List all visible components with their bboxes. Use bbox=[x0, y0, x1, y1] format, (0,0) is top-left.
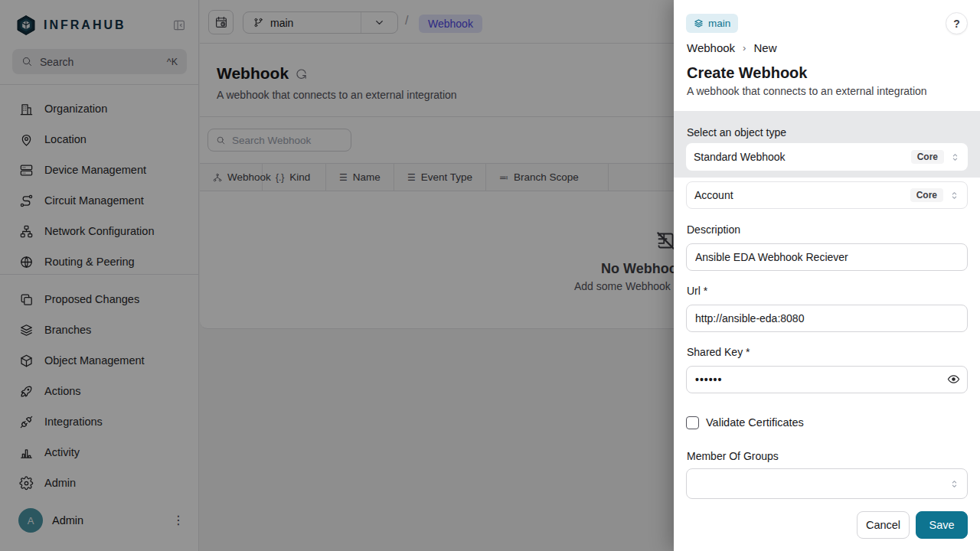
description-label: Description bbox=[687, 223, 740, 236]
core-badge: Core bbox=[910, 188, 943, 202]
breadcrumb-current: New bbox=[753, 41, 776, 54]
eye-icon[interactable] bbox=[947, 373, 960, 386]
drawer-subtitle: A webhook that connects to an external i… bbox=[687, 85, 927, 97]
shared-key-label: Shared Key * bbox=[687, 346, 750, 358]
object-type-value: Standard Webhook bbox=[694, 151, 786, 163]
cancel-button[interactable]: Cancel bbox=[857, 511, 910, 539]
shared-key-input[interactable] bbox=[686, 366, 968, 393]
drawer-title: Create Webhook bbox=[687, 64, 807, 82]
selector-icon bbox=[949, 479, 959, 489]
kind-select[interactable]: Account Core bbox=[686, 181, 968, 209]
member-of-groups-label: Member Of Groups bbox=[687, 450, 779, 462]
selector-icon bbox=[950, 152, 960, 162]
drawer-branch-badge: main bbox=[686, 14, 738, 33]
create-webhook-drawer: main ? Webhook › New Create Webhook A we… bbox=[674, 0, 980, 551]
object-type-select[interactable]: Standard Webhook Core bbox=[686, 143, 968, 171]
object-type-section: Select an object type Standard Webhook C… bbox=[674, 111, 980, 178]
validate-certificates-label: Validate Certificates bbox=[706, 416, 804, 429]
app: INFRAHUB Search ^K Organization Location bbox=[0, 0, 980, 551]
drawer-branch-name: main bbox=[708, 18, 730, 29]
member-of-groups-select[interactable] bbox=[686, 468, 968, 499]
validate-certificates-checkbox[interactable] bbox=[686, 416, 699, 429]
selector-icon bbox=[949, 191, 959, 201]
save-button[interactable]: Save bbox=[916, 511, 968, 539]
drawer-breadcrumb: Webhook › New bbox=[687, 41, 776, 54]
description-input[interactable] bbox=[686, 243, 968, 271]
chevron-right-icon: › bbox=[743, 42, 746, 54]
help-button[interactable]: ? bbox=[946, 12, 968, 34]
object-type-label: Select an object type bbox=[687, 126, 786, 139]
core-badge: Core bbox=[911, 150, 944, 164]
breadcrumb-parent[interactable]: Webhook bbox=[687, 41, 735, 54]
url-label: Url * bbox=[687, 285, 707, 297]
kind-value: Account bbox=[694, 189, 733, 201]
url-input[interactable] bbox=[686, 305, 968, 332]
layers-icon bbox=[694, 18, 704, 28]
